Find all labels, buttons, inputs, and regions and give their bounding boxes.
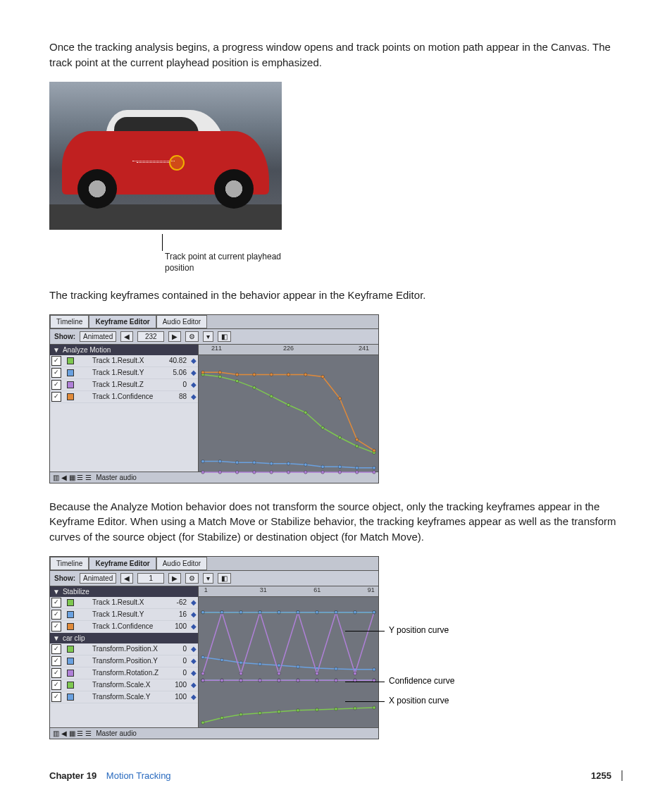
- curve-area: [199, 355, 378, 481]
- tool-btn-2[interactable]: ▾: [203, 573, 213, 584]
- visibility-checkbox[interactable]: [51, 644, 61, 654]
- chapter-label: Chapter 19: [49, 770, 97, 781]
- keyframe-diamond-icon[interactable]: ◆: [191, 393, 197, 400]
- visibility-checkbox[interactable]: [51, 610, 61, 620]
- keyframe-diamond-icon[interactable]: ◆: [191, 357, 197, 364]
- tab-audio-editor[interactable]: Audio Editor: [156, 315, 207, 328]
- visibility-checkbox[interactable]: [51, 668, 61, 678]
- param-value[interactable]: 16: [163, 610, 191, 618]
- color-swatch: [67, 658, 74, 665]
- visibility-checkbox[interactable]: [51, 656, 61, 666]
- svg-point-32: [373, 470, 375, 473]
- nav-prev[interactable]: ◀: [120, 573, 133, 584]
- keyframe-diamond-icon[interactable]: ◆: [191, 369, 197, 376]
- svg-point-122: [354, 610, 356, 613]
- keyframe-diamond-icon[interactable]: ◆: [191, 657, 197, 665]
- svg-point-22: [201, 470, 204, 473]
- visibility-checkbox[interactable]: [51, 392, 61, 402]
- group-analyze-motion[interactable]: ▼ Analyze Motion: [50, 345, 198, 355]
- visibility-checkbox[interactable]: [51, 622, 61, 632]
- footer-icons[interactable]: ▥ ◀ ▦ ☰ ☰: [53, 474, 92, 481]
- svg-point-120: [316, 610, 318, 613]
- tab-audio-editor[interactable]: Audio Editor: [156, 557, 207, 570]
- param-row[interactable]: Transform.Scale.X100◆: [50, 679, 198, 691]
- show-select[interactable]: Animated: [80, 331, 116, 342]
- param-value[interactable]: 0: [163, 645, 191, 653]
- tab-timeline[interactable]: Timeline: [50, 557, 89, 570]
- keyframe-diamond-icon[interactable]: ◆: [191, 622, 197, 630]
- visibility-checkbox[interactable]: [51, 680, 61, 690]
- frame-field[interactable]: 232: [137, 331, 164, 342]
- svg-point-59: [297, 665, 299, 668]
- keyframe-diamond-icon[interactable]: ◆: [191, 645, 197, 653]
- param-value[interactable]: -62: [163, 598, 191, 606]
- visibility-checkbox[interactable]: [51, 368, 61, 378]
- param-row[interactable]: Track 1.Result.Y16◆: [50, 609, 198, 621]
- group-car-clip[interactable]: ▼ car clip: [50, 633, 198, 643]
- nav-next[interactable]: ▶: [168, 573, 181, 584]
- visibility-checkbox[interactable]: [51, 380, 61, 390]
- timeline-ruler[interactable]: 211 226 241: [199, 345, 378, 355]
- svg-point-13: [235, 461, 238, 464]
- keyframe-diamond-icon[interactable]: ◆: [191, 610, 197, 618]
- svg-point-47: [259, 711, 261, 714]
- tool-btn-1[interactable]: ⚙: [185, 331, 199, 342]
- param-row[interactable]: Track 1.Result.Y5.06◆: [50, 367, 198, 379]
- frame-field[interactable]: 1: [137, 573, 164, 584]
- visibility-checkbox[interactable]: [51, 692, 61, 702]
- svg-point-94: [201, 679, 204, 682]
- keyframe-diamond-icon[interactable]: ◆: [191, 669, 197, 677]
- tab-timeline[interactable]: Timeline: [50, 315, 89, 328]
- visibility-checkbox[interactable]: [51, 356, 61, 366]
- param-row[interactable]: Track 1.Result.Z0◆: [50, 379, 198, 391]
- footer-icons[interactable]: ▥ ◀ ▦ ☰ ☰: [53, 729, 92, 737]
- param-row[interactable]: Transform.Rotation.Z0◆: [50, 667, 198, 679]
- svg-point-61: [335, 667, 337, 670]
- param-value[interactable]: 100: [163, 681, 191, 689]
- svg-point-54: [201, 655, 204, 658]
- param-row[interactable]: Transform.Position.X0◆: [50, 643, 198, 655]
- nav-next[interactable]: ▶: [168, 331, 181, 342]
- param-value[interactable]: 0: [163, 669, 191, 677]
- param-value[interactable]: 0: [163, 657, 191, 665]
- svg-point-44: [201, 721, 204, 724]
- visibility-checkbox[interactable]: [51, 598, 61, 608]
- keyframe-diamond-icon[interactable]: ◆: [191, 681, 197, 689]
- svg-point-33: [201, 371, 204, 374]
- keyframe-diamond-icon[interactable]: ◆: [191, 381, 197, 388]
- show-label: Show:: [54, 574, 75, 582]
- param-name: Track 1.Confidence: [77, 393, 163, 400]
- color-swatch: [67, 694, 74, 701]
- tab-keyframe-editor[interactable]: Keyframe Editor: [89, 315, 156, 328]
- svg-point-96: [239, 679, 242, 682]
- param-value[interactable]: 100: [163, 693, 191, 701]
- keyframe-diamond-icon[interactable]: ◆: [191, 598, 197, 606]
- group-stabilize[interactable]: ▼ Stabilize: [50, 586, 198, 597]
- param-row[interactable]: Transform.Scale.Y100◆: [50, 691, 198, 703]
- param-value[interactable]: 100: [163, 622, 191, 630]
- svg-point-35: [235, 373, 238, 376]
- param-name: Track 1.Result.Z: [77, 381, 163, 388]
- ruler-tick: 91: [368, 586, 375, 593]
- tool-btn-3[interactable]: ◧: [218, 331, 231, 342]
- timeline-ruler[interactable]: 1 31 61 91: [199, 586, 378, 597]
- param-row[interactable]: Track 1.Result.X40.82◆: [50, 355, 198, 367]
- param-value[interactable]: 88: [163, 393, 191, 400]
- param-row[interactable]: Track 1.Confidence88◆: [50, 391, 198, 403]
- svg-point-30: [338, 470, 341, 473]
- show-select[interactable]: Animated: [80, 573, 116, 584]
- tool-btn-1[interactable]: ⚙: [185, 573, 199, 584]
- tab-keyframe-editor[interactable]: Keyframe Editor: [89, 557, 156, 570]
- param-row[interactable]: Track 1.Confidence100◆: [50, 621, 198, 633]
- tool-btn-3[interactable]: ◧: [218, 573, 231, 584]
- nav-prev[interactable]: ◀: [120, 331, 133, 342]
- param-value[interactable]: 40.82: [163, 357, 191, 364]
- svg-point-63: [373, 668, 375, 671]
- param-row[interactable]: Track 1.Result.X-62◆: [50, 597, 198, 609]
- keyframe-diamond-icon[interactable]: ◆: [191, 693, 197, 701]
- param-value[interactable]: 0: [163, 381, 191, 388]
- svg-point-45: [220, 716, 223, 719]
- param-row[interactable]: Transform.Position.Y0◆: [50, 655, 198, 667]
- param-value[interactable]: 5.06: [163, 369, 191, 376]
- tool-btn-2[interactable]: ▾: [203, 331, 213, 342]
